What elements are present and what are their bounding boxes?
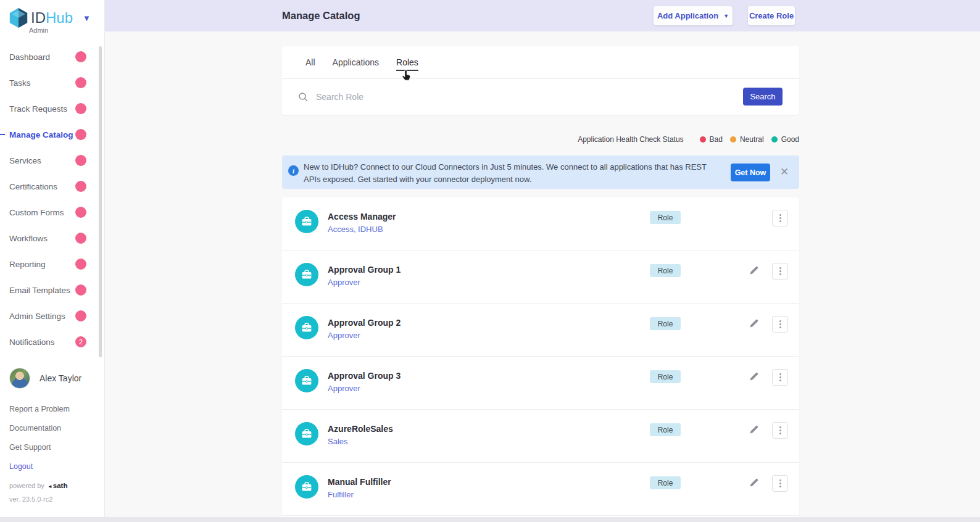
kebab-menu-button[interactable]	[772, 422, 788, 439]
create-role-button[interactable]: Create Role	[748, 6, 795, 25]
idhub-hexagon-icon	[8, 7, 29, 28]
sidebar-item-label: Track Requests	[9, 104, 67, 114]
role-briefcase-icon	[295, 210, 318, 233]
role-type-badge: Role	[650, 370, 681, 383]
sidebar-item-label: Tasks	[9, 78, 31, 88]
kebab-menu-button[interactable]	[772, 210, 788, 226]
sidebar-item-custom-forms[interactable]: Custom Forms	[0, 199, 104, 225]
sidebar-nav: Dashboard Tasks Track Requests Manage Ca…	[0, 44, 104, 355]
role-briefcase-icon	[295, 316, 318, 339]
brand-subtitle: Admin	[29, 27, 48, 34]
catalog-row: Approval Group 1 Approver Role	[282, 251, 799, 304]
get-now-button[interactable]: Get Now	[731, 164, 770, 181]
sidebar: IDHub ▼ Admin Dashboard Tasks Track Requ…	[0, 0, 105, 517]
sidebar-item-workflows[interactable]: Workflows	[0, 225, 104, 251]
catalog-item-title: Manual Fulfiller	[328, 477, 391, 487]
bad-status-dot-icon	[700, 136, 706, 143]
catalog-item-title: AzureRoleSales	[328, 424, 393, 434]
catalog-row: Approval Group 2 Approver Role	[282, 304, 799, 357]
role-type-badge: Role	[650, 423, 681, 436]
role-type-badge: Role	[650, 476, 681, 489]
main-content: All Applications Roles Search Applicatio…	[105, 31, 980, 517]
notification-count-badge	[75, 51, 86, 62]
kebab-menu-button[interactable]	[772, 316, 788, 333]
edit-pencil-icon[interactable]	[749, 477, 761, 489]
catalog-filter-card: All Applications Roles Search	[282, 46, 799, 115]
sidebar-item-notifications[interactable]: Notifications 2	[0, 329, 104, 355]
notification-count-badge: 2	[75, 336, 86, 347]
bottom-edge	[0, 517, 980, 522]
sidebar-item-certifications[interactable]: Certifications	[0, 173, 104, 199]
tab-applications[interactable]: Applications	[333, 56, 380, 69]
tab-bar: All Applications Roles	[282, 46, 799, 79]
sidebar-item-reporting[interactable]: Reporting	[0, 251, 104, 277]
version-label: ver. 23.5.0-rc2	[9, 495, 52, 503]
kebab-menu-button[interactable]	[772, 475, 788, 492]
brand-logo[interactable]: IDHub ▼	[8, 7, 91, 28]
notification-count-badge	[75, 310, 86, 321]
tab-all[interactable]: All	[305, 56, 315, 69]
sidebar-item-label: Custom Forms	[9, 208, 64, 217]
notification-count-badge	[75, 155, 86, 166]
user-name: Alex Taylor	[39, 373, 81, 383]
role-briefcase-icon	[295, 369, 318, 392]
add-application-button[interactable]: Add Application ▼	[654, 6, 733, 25]
catalog-item-category-link[interactable]: Approver	[328, 278, 360, 287]
edit-pencil-icon[interactable]	[749, 318, 761, 330]
powered-by: powered by sath	[9, 482, 67, 489]
tab-roles[interactable]: Roles	[396, 56, 418, 69]
sidebar-item-dashboard[interactable]: Dashboard	[0, 44, 104, 70]
sidebar-item-label: Certifications	[9, 182, 57, 191]
kebab-menu-button[interactable]	[772, 263, 788, 280]
catalog-item-category-link[interactable]: Sales	[328, 437, 348, 446]
report-a-problem-link[interactable]: Report a Problem	[9, 399, 96, 418]
banner-text: New to IDHub? Connect to our Cloud Conne…	[304, 161, 722, 186]
notification-count-badge	[75, 103, 86, 114]
kebab-menu-button[interactable]	[772, 369, 788, 386]
brand-dropdown-caret-icon[interactable]: ▼	[83, 14, 91, 23]
notification-count-badge	[75, 77, 86, 88]
catalog-row: Manual Fulfiller Fulfiller Role	[282, 463, 799, 516]
legend-item-good: Good	[771, 135, 799, 144]
sidebar-item-track-requests[interactable]: Track Requests	[0, 96, 104, 122]
avatar	[9, 368, 30, 389]
page-title: Manage Catalog	[282, 0, 360, 31]
user-profile[interactable]: Alex Taylor	[9, 368, 81, 389]
catalog-item-category-link[interactable]: Access, IDHUB	[328, 225, 383, 234]
search-button[interactable]: Search	[743, 88, 783, 106]
close-icon[interactable]: ✕	[778, 165, 791, 178]
edit-pencil-icon[interactable]	[749, 265, 761, 277]
sath-logo: sath	[48, 482, 68, 489]
connector-info-banner: i New to IDHub? Connect to our Cloud Con…	[282, 155, 799, 189]
notification-count-badge	[75, 284, 86, 296]
edit-pencil-icon[interactable]	[749, 424, 761, 436]
catalog-item-category-link[interactable]: Approver	[328, 331, 360, 340]
catalog-item-title: Approval Group 1	[328, 265, 401, 275]
sidebar-item-email-templates[interactable]: Email Templates	[0, 277, 104, 303]
role-briefcase-icon	[295, 263, 318, 286]
get-support-link[interactable]: Get Support	[9, 437, 96, 457]
catalog-item-title: Approval Group 3	[328, 371, 401, 381]
edit-pencil-icon[interactable]	[749, 371, 761, 383]
sidebar-item-tasks[interactable]: Tasks	[0, 70, 104, 96]
sidebar-item-services[interactable]: Services	[0, 147, 104, 173]
notification-count-badge	[75, 233, 86, 244]
sidebar-scrollbar[interactable]	[99, 46, 102, 357]
catalog-item-title: Access Manager	[328, 212, 396, 222]
sidebar-item-manage-catalog[interactable]: Manage Catalog	[0, 122, 104, 147]
role-type-badge: Role	[650, 211, 681, 224]
sidebar-item-admin-settings[interactable]: Admin Settings	[0, 303, 104, 329]
catalog-item-category-link[interactable]: Approver	[328, 384, 360, 393]
notification-count-badge	[75, 259, 86, 270]
documentation-link[interactable]: Documentation	[9, 418, 96, 437]
legend-item-neutral: Neutral	[730, 135, 764, 144]
sidebar-footer-links: Report a Problem Documentation Get Suppo…	[9, 399, 96, 476]
active-item-marker	[0, 134, 5, 135]
logout-link[interactable]: Logout	[9, 457, 96, 476]
legend-item-bad: Bad	[700, 135, 723, 144]
catalog-item-category-link[interactable]: Fulfiller	[328, 490, 354, 499]
sidebar-item-label: Email Templates	[9, 286, 70, 295]
search-input[interactable]	[316, 92, 743, 102]
sidebar-item-label: Workflows	[9, 234, 48, 243]
sidebar-item-label: Notifications	[9, 338, 55, 347]
